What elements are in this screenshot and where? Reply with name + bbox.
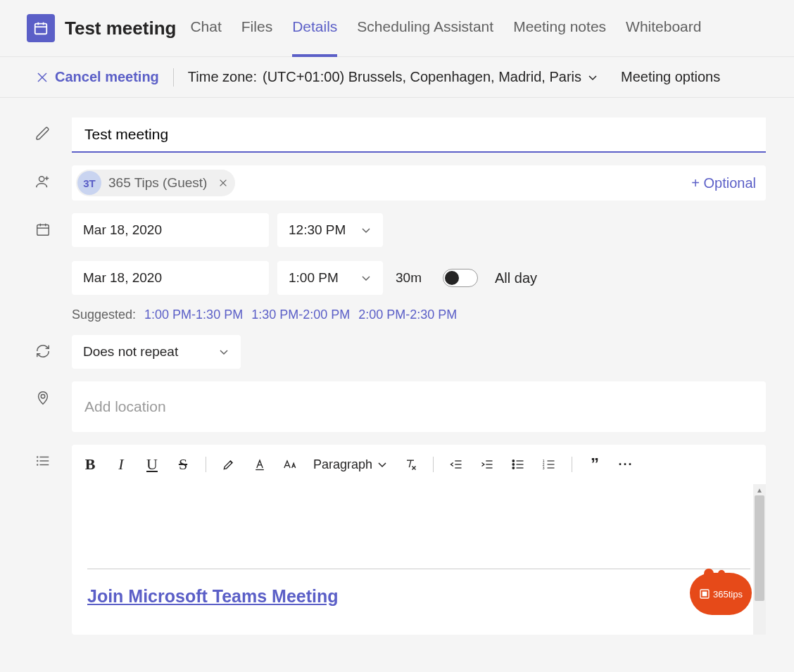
start-date-field[interactable]: Mar 18, 2020 [72,213,269,247]
avatar: 3T [77,171,101,195]
italic-button[interactable]: I [113,455,130,474]
cancel-meeting-button[interactable]: Cancel meeting [37,69,159,85]
remove-attendee-button[interactable] [218,178,228,188]
close-icon [37,72,48,83]
tab-details[interactable]: Details [292,0,337,57]
paragraph-label: Paragraph [313,457,372,472]
bold-button[interactable]: B [82,455,99,474]
join-teams-meeting-link[interactable]: Join Microsoft Teams Meeting [87,586,339,606]
meeting-form: 3T 365 Tips (Guest) + Optional Mar 18, 2… [0,98,794,635]
font-size-button[interactable] [282,455,299,474]
svg-point-34 [512,460,515,462]
svg-point-35 [512,464,515,466]
svg-point-20 [37,461,38,462]
repeat-dropdown[interactable]: Does not repeat [72,335,241,369]
tab-chat[interactable]: Chat [190,0,221,57]
end-date-field[interactable]: Mar 18, 2020 [72,261,269,295]
separator [572,457,572,472]
tab-files[interactable]: Files [241,0,272,57]
outdent-button[interactable] [448,455,465,474]
more-options-button[interactable]: ··· [617,455,634,474]
separator [206,457,206,472]
bullet-list-button[interactable] [510,455,527,474]
repeat-value: Does not repeat [83,344,178,360]
start-time-field[interactable]: 12:30 PM [277,213,383,247]
suggested-slot[interactable]: 2:00 PM-2:30 PM [358,308,457,322]
person-add-icon [35,165,72,189]
pencil-icon [35,118,72,141]
calendar-app-icon [27,14,55,42]
separator [433,457,434,472]
start-time-value: 12:30 PM [289,222,346,238]
editor-body[interactable]: Join Microsoft Teams Meeting [72,484,766,635]
separator [173,68,174,87]
toggle-knob [445,271,459,285]
indent-button[interactable] [479,455,496,474]
font-color-button[interactable] [251,455,268,474]
page-title: Test meeting [65,18,176,39]
timezone-dropdown[interactable]: Time zone: (UTC+01:00) Brussels, Copenha… [188,69,598,85]
timezone-prefix: Time zone: [188,69,257,85]
attendee-name: 365 Tips (Guest) [108,175,207,191]
description-editor: B I U S Paragraph [72,445,766,635]
chevron-down-icon [377,459,388,470]
svg-point-36 [512,467,515,469]
description-icon [35,445,72,469]
all-day-label: All day [495,270,537,286]
watermark-text: 365tips [713,589,743,600]
location-icon [35,381,72,405]
editor-scrollbar[interactable]: ▲ [753,484,766,635]
cancel-meeting-label: Cancel meeting [55,69,159,85]
underline-button[interactable]: U [144,455,160,474]
editor-toolbar: B I U S Paragraph [72,445,766,484]
paragraph-style-dropdown[interactable]: Paragraph [313,455,388,474]
calendar-icon [35,213,72,237]
svg-rect-11 [37,225,49,236]
end-time-field[interactable]: 1:00 PM [277,261,383,295]
svg-point-15 [41,394,45,398]
svg-point-19 [37,457,38,457]
svg-text:3: 3 [543,466,545,470]
meeting-title-input[interactable] [72,118,766,153]
chevron-down-icon [360,272,372,284]
highlight-button[interactable] [220,455,237,474]
attendee-chip: 3T 365 Tips (Guest) [76,170,235,196]
header-bar: Test meeting Chat Files Details Scheduli… [0,0,794,57]
svg-point-21 [37,464,38,465]
repeat-icon [35,335,72,359]
all-day-toggle[interactable] [443,269,478,287]
suggested-label: Suggested: [72,308,136,322]
add-optional-button[interactable]: + Optional [691,175,756,191]
svg-rect-0 [35,24,47,34]
svg-point-6 [39,177,44,182]
scroll-thumb[interactable] [755,495,764,601]
action-bar: Cancel meeting Time zone: (UTC+01:00) Br… [0,57,794,98]
suggested-slot[interactable]: 1:30 PM-2:00 PM [251,308,350,322]
chevron-down-icon [218,346,229,357]
watermark-badge: 365tips [690,573,752,615]
location-input[interactable] [72,381,766,432]
meeting-options-button[interactable]: Meeting options [621,69,720,85]
tabs: Chat Files Details Scheduling Assistant … [190,0,701,57]
attendees-field[interactable]: 3T 365 Tips (Guest) + Optional [72,165,766,201]
suggested-slot[interactable]: 1:00 PM-1:30 PM [144,308,243,322]
clear-formatting-button[interactable] [402,455,419,474]
chevron-down-icon [360,224,372,236]
tab-meeting-notes[interactable]: Meeting notes [513,0,606,57]
timezone-value: (UTC+01:00) Brussels, Copenhagen, Madrid… [263,69,581,85]
strikethrough-button[interactable]: S [175,455,191,474]
duration-label: 30m [396,270,422,286]
numbered-list-button[interactable]: 123 [541,455,557,474]
end-time-value: 1:00 PM [289,270,339,286]
chevron-down-icon [587,72,598,83]
tab-whiteboard[interactable]: Whiteboard [626,0,701,57]
quote-button[interactable]: ” [586,455,603,474]
scroll-up-arrow[interactable]: ▲ [753,484,766,495]
divider [87,569,750,569]
tab-scheduling-assistant[interactable]: Scheduling Assistant [357,0,493,57]
svg-rect-47 [702,592,707,597]
